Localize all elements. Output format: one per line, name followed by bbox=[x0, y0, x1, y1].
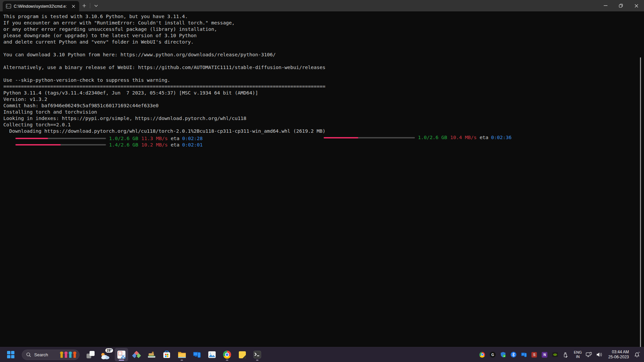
sticky-notes-icon bbox=[238, 351, 246, 359]
microsoft-store-icon bbox=[163, 351, 171, 359]
microsoft-store-button[interactable] bbox=[160, 348, 173, 361]
eta-label: eta bbox=[171, 142, 179, 148]
diamond-app-button[interactable] bbox=[130, 348, 143, 361]
weather-widget[interactable]: 28° bbox=[99, 348, 113, 361]
snipping-tool-button[interactable] bbox=[115, 348, 128, 361]
terminal-line: Version: v1.3.2 bbox=[3, 96, 644, 103]
terminal-scrollbar-thumb[interactable] bbox=[640, 57, 641, 350]
start-button[interactable] bbox=[4, 348, 17, 361]
terminal-button[interactable] bbox=[251, 348, 264, 361]
download-speed: 10.4 MB/s bbox=[450, 134, 477, 141]
running-indicator bbox=[181, 360, 183, 361]
tab-title: C:\Windows\system32\cmd.e: bbox=[14, 4, 68, 9]
task-view-icon bbox=[87, 351, 95, 358]
file-explorer-icon bbox=[178, 351, 186, 358]
minimize-button[interactable] bbox=[598, 0, 613, 11]
chevron-down-icon bbox=[94, 5, 98, 7]
active-app-indicator bbox=[119, 360, 124, 361]
progress-row: 1.0/2.6 GB11.3 MB/seta0:02:281.0/2.6 GB1… bbox=[3, 134, 644, 141]
terminal-line bbox=[3, 45, 644, 52]
diamond-app-icon bbox=[132, 351, 141, 359]
terminal-line: You can download 3.10 Python from here: … bbox=[3, 52, 644, 58]
close-icon bbox=[72, 5, 75, 8]
phone-link-icon bbox=[193, 351, 201, 359]
terminal-line: Commit hash: baf6946e06249c5af9851c60171… bbox=[3, 103, 644, 109]
close-button[interactable] bbox=[629, 0, 644, 11]
window-controls bbox=[598, 0, 644, 11]
terminal-line: or any other error regarding unsuccessfu… bbox=[3, 26, 644, 33]
tab-close-button[interactable] bbox=[70, 3, 76, 9]
chrome-button[interactable] bbox=[220, 348, 234, 361]
running-indicator bbox=[226, 360, 228, 361]
sticky-notes-button[interactable] bbox=[235, 348, 249, 361]
close-icon bbox=[635, 4, 638, 8]
chrome-icon bbox=[223, 351, 231, 359]
transferred-size: 1.0/2.6 GB bbox=[418, 134, 447, 141]
terminal-line: Alternatively, use a binary release of W… bbox=[3, 64, 644, 71]
progress-bar bbox=[324, 137, 415, 138]
restore-icon bbox=[619, 4, 623, 8]
plus-icon bbox=[82, 4, 86, 8]
file-explorer-button[interactable] bbox=[175, 348, 189, 361]
clock[interactable]: 03:44 AM 25-06-2023 bbox=[608, 350, 629, 360]
minimize-icon bbox=[604, 5, 607, 6]
terminal-line: Downloading https://download.pytorch.org… bbox=[3, 128, 644, 134]
plane-tool-app-button[interactable] bbox=[145, 348, 158, 361]
progress-bar bbox=[15, 138, 106, 139]
search-highlight-icon[interactable] bbox=[60, 352, 76, 358]
snipping-tool-icon bbox=[117, 351, 125, 359]
logitech-tray-icon[interactable]: G bbox=[489, 351, 496, 358]
language-indicator[interactable]: ENG IN bbox=[574, 350, 582, 359]
terminal-line: Use --skip-python-version-check to suppr… bbox=[3, 77, 644, 83]
usb-eject-tray-icon[interactable] bbox=[562, 351, 569, 358]
clock-date: 25-06-2023 bbox=[608, 355, 629, 360]
eta-label: eta bbox=[480, 134, 488, 141]
search-box[interactable]: Search bbox=[22, 350, 79, 360]
running-indicator bbox=[256, 360, 259, 361]
terminal-line bbox=[3, 58, 644, 64]
terminal-line: ========================================… bbox=[3, 83, 644, 90]
clock-time: 03:44 AM bbox=[608, 350, 629, 355]
phone-link-button[interactable] bbox=[190, 348, 204, 361]
divider bbox=[90, 3, 90, 8]
chrome-tray-icon[interactable] bbox=[479, 351, 486, 358]
red-s-app-tray-icon[interactable]: S bbox=[531, 351, 538, 358]
task-view-button[interactable] bbox=[84, 348, 97, 361]
bluetooth-tray-icon[interactable] bbox=[510, 351, 517, 358]
plane-tool-icon bbox=[147, 351, 156, 359]
terminal-line: Collecting torch==2.0.1 bbox=[3, 122, 644, 128]
download-progress: 1.4/2.6 GB10.2 MB/seta0:02:01 bbox=[3, 142, 203, 148]
network-icon[interactable] bbox=[586, 351, 592, 358]
eta-value: 0:02:36 bbox=[491, 134, 512, 141]
terminal-icon bbox=[253, 351, 261, 359]
system-tray: G S N bbox=[479, 347, 644, 362]
new-tab-button[interactable] bbox=[79, 1, 89, 10]
terminal-output[interactable]: This program is tested with 3.10.6 Pytho… bbox=[0, 11, 644, 347]
terminal-line: Installing torch and torchvision bbox=[3, 109, 644, 115]
eta-value: 0:02:01 bbox=[182, 142, 203, 148]
titlebar: C:\ C:\Windows\system32\cmd.e: bbox=[0, 0, 644, 11]
cmd-icon: C:\ bbox=[6, 4, 11, 8]
volume-icon[interactable] bbox=[596, 351, 603, 358]
terminal-line bbox=[3, 71, 644, 77]
taskbar: Search 28° bbox=[0, 347, 644, 362]
restore-button[interactable] bbox=[613, 0, 629, 11]
windows-security-tray-icon[interactable] bbox=[500, 351, 506, 358]
tab-dropdown-button[interactable] bbox=[91, 1, 101, 10]
terminal-line: This program is tested with 3.10.6 Pytho… bbox=[3, 13, 644, 20]
progress-bar bbox=[15, 144, 106, 145]
photos-button[interactable] bbox=[205, 348, 219, 361]
nvidia-settings-tray-icon[interactable] bbox=[552, 351, 558, 358]
progress-row: 1.4/2.6 GB10.2 MB/seta0:02:01 bbox=[3, 141, 644, 147]
download-progress: 1.0/2.6 GB10.4 MB/seta0:02:36 bbox=[324, 134, 512, 141]
taskbar-apps: Search 28° bbox=[0, 347, 264, 362]
search-icon bbox=[26, 352, 31, 357]
temperature-badge: 28° bbox=[105, 348, 113, 353]
terminal-lines: This program is tested with 3.10.6 Pytho… bbox=[3, 13, 644, 147]
search-placeholder: Search bbox=[34, 352, 48, 357]
notification-bell-icon[interactable]: z z bbox=[634, 351, 641, 358]
notion-tray-icon[interactable]: N bbox=[541, 351, 548, 358]
phone-link-tray-icon[interactable] bbox=[521, 351, 527, 358]
terminal-tab[interactable]: C:\ C:\Windows\system32\cmd.e: bbox=[3, 1, 79, 11]
terminal-line: and delete current Python and "venv" fol… bbox=[3, 39, 644, 45]
